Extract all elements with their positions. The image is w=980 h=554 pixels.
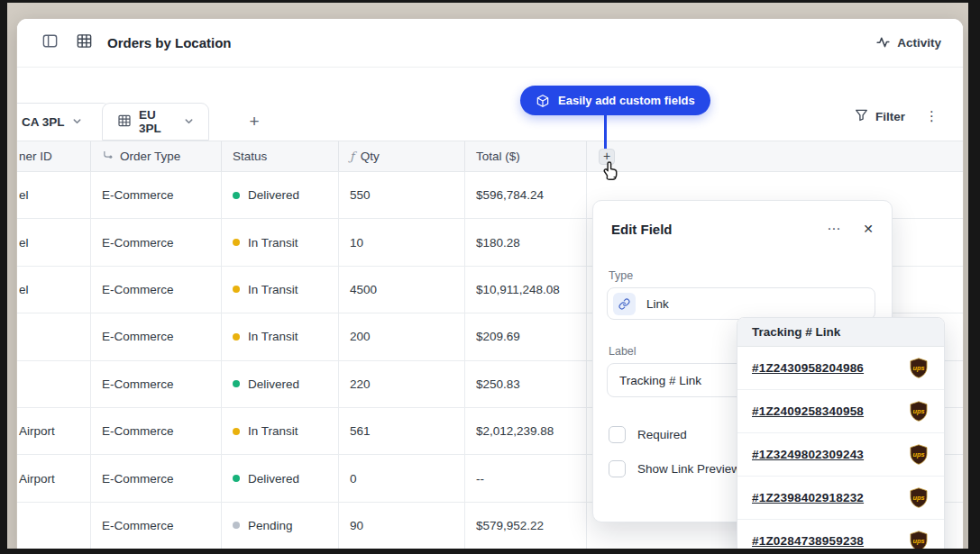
cell-qty: 200 <box>339 313 465 359</box>
more-options-button[interactable]: ⋮ <box>925 108 939 124</box>
cell-total: $596,784.24 <box>465 172 587 218</box>
cell-location: el <box>17 267 91 313</box>
table-grid-icon <box>76 32 93 53</box>
column-header-total[interactable]: Total ($) <box>465 141 587 171</box>
ups-logo-icon: ups <box>910 444 928 465</box>
tab-eu-3pl[interactable]: EU 3PL <box>102 103 209 141</box>
column-header-status[interactable]: Status <box>222 141 339 171</box>
ups-logo-icon: ups <box>910 487 928 508</box>
tab-label: EU 3PL <box>139 108 177 135</box>
type-select[interactable]: Link <box>607 287 875 320</box>
chevron-down-icon <box>184 115 194 129</box>
cell-total: $180.28 <box>465 219 587 265</box>
tracking-link-row[interactable]: #1Z2409258340958 ups <box>737 390 944 433</box>
cell-qty: 220 <box>339 361 465 407</box>
formula-icon: ƒ <box>350 150 354 163</box>
filter-label: Filter <box>875 110 905 123</box>
required-label: Required <box>637 428 687 441</box>
cell-order-type: E-Commerce <box>91 361 222 407</box>
cell-total: $209.69 <box>465 313 587 359</box>
cell-total: $10,911,248.08 <box>465 267 587 313</box>
tracking-link-row[interactable]: #1Z2398402918232 ups <box>737 477 944 520</box>
cell-order-type: E-Commerce <box>91 503 222 549</box>
view-controls: Filter ⋮ <box>855 108 939 124</box>
cell-total: $579,952.22 <box>465 503 587 549</box>
cell-status: Delivered <box>222 172 339 218</box>
cell-order-type: E-Commerce <box>91 455 222 501</box>
column-header-qty[interactable]: ƒ Qty <box>339 141 465 171</box>
cell-location: el <box>17 219 91 265</box>
tracking-link-row[interactable]: #1Z3249802309243 ups <box>737 433 944 477</box>
tracking-panel-header: Tracking # Link <box>737 318 944 347</box>
tracking-number-link[interactable]: #1Z2398402918232 <box>752 491 864 504</box>
filter-button[interactable]: Filter <box>855 108 905 124</box>
tab-label: CA 3PL <box>22 115 65 129</box>
cell-qty: 4500 <box>339 267 465 313</box>
activity-button[interactable]: Activity <box>875 34 941 52</box>
activity-label: Activity <box>897 36 941 50</box>
callout-label: Easily add custom fields <box>558 94 695 107</box>
tab-strip: CA 3PL EU 3PL + <box>17 103 963 141</box>
cell-qty: 550 <box>339 172 465 218</box>
status-label: In Transit <box>248 330 298 343</box>
tab-ca-3pl[interactable]: CA 3PL <box>16 103 111 141</box>
cell-status: In Transit <box>222 219 339 265</box>
status-label: Delivered <box>248 472 299 486</box>
popup-menu-button[interactable]: ⋯ <box>827 221 841 237</box>
status-label: In Transit <box>248 236 298 250</box>
column-header-add: + <box>587 141 963 171</box>
cell-location: Airport <box>17 408 91 454</box>
add-tab-button[interactable]: + <box>239 106 270 137</box>
feature-callout: Easily add custom fields <box>520 86 710 115</box>
cell-status: In Transit <box>222 267 339 313</box>
type-field-label: Type <box>609 269 633 282</box>
status-dot <box>233 428 240 435</box>
cell-order-type: E-Commerce <box>91 408 222 454</box>
table-header-row: ner ID Order Type Status ƒ Qty <box>17 141 963 172</box>
tracking-number-link[interactable]: #1Z2409258340958 <box>752 404 864 418</box>
chevron-down-icon <box>72 115 82 129</box>
tracking-number-link[interactable]: #1Z3249802309243 <box>752 448 864 461</box>
sidebar-toggle-button[interactable] <box>39 32 60 54</box>
tracking-number-link[interactable]: #1Z0284738959238 <box>752 534 864 548</box>
cell-location <box>17 503 91 549</box>
frame-border <box>0 0 7 554</box>
page-title: Orders by Location <box>107 35 232 50</box>
table-view-button[interactable] <box>73 32 95 54</box>
panel-toggle-icon <box>41 32 59 53</box>
required-checkbox[interactable] <box>609 426 626 443</box>
tracking-list: #1Z2430958204986 ups #1Z2409258340958 up… <box>737 347 944 554</box>
svg-text:ups: ups <box>912 450 924 459</box>
filter-funnel-icon <box>855 108 868 124</box>
close-icon[interactable]: ✕ <box>863 222 874 236</box>
status-label: Delivered <box>248 377 299 391</box>
cell-order-type: E-Commerce <box>91 313 222 359</box>
cell-location <box>17 361 91 407</box>
cell-total: $2,012,239.88 <box>465 408 587 454</box>
show-link-preview-checkbox[interactable] <box>609 460 626 477</box>
svg-text:ups: ups <box>912 537 924 545</box>
cell-status: Pending <box>222 503 339 549</box>
cell-order-type: E-Commerce <box>91 219 222 265</box>
show-link-preview-label: Show Link Preview <box>637 462 740 476</box>
required-option[interactable]: Required <box>609 426 687 443</box>
tracking-number-link[interactable]: #1Z2430958204986 <box>752 361 864 375</box>
cell-status: Delivered <box>222 455 339 501</box>
status-dot <box>233 475 240 482</box>
status-dot <box>233 380 240 387</box>
show-link-preview-option[interactable]: Show Link Preview <box>609 460 740 477</box>
status-label: Delivered <box>248 188 299 202</box>
column-header-id[interactable]: ner ID <box>17 141 91 171</box>
cube-icon <box>536 94 550 108</box>
activity-icon <box>875 34 891 52</box>
screenshot-root: Orders by Location Activity CA 3PL <box>0 0 980 554</box>
status-dot <box>233 522 240 529</box>
tracking-link-row[interactable]: #1Z2430958204986 ups <box>737 347 944 390</box>
popup-title: Edit Field <box>611 222 673 237</box>
status-label: Pending <box>248 519 293 532</box>
cell-status: Delivered <box>222 361 339 407</box>
cell-qty: 561 <box>339 408 465 454</box>
cell-status: In Transit <box>222 313 339 359</box>
callout-connector-line <box>604 115 607 149</box>
column-header-order-type[interactable]: Order Type <box>91 141 222 171</box>
